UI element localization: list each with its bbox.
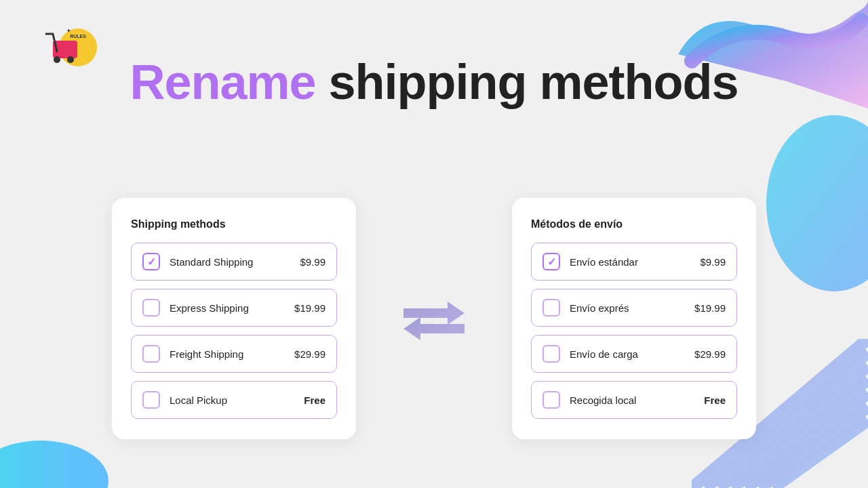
checkbox-1-right[interactable]	[542, 253, 560, 270]
title-rename: Rename	[130, 55, 315, 109]
right-option-4[interactable]: Recogida local Free	[531, 381, 737, 419]
right-option-3[interactable]: Envío de carga $29.99	[531, 335, 737, 373]
option-name-3-left: Freight Shipping	[170, 348, 294, 360]
title-rest: shipping methods	[316, 55, 738, 109]
checkbox-3-right[interactable]	[542, 345, 560, 363]
option-name-2-left: Express Shipping	[170, 302, 294, 314]
option-name-2-right: Envío exprés	[570, 302, 694, 314]
option-name-1-right: Envío estándar	[570, 256, 700, 268]
option-name-4-right: Recogida local	[570, 394, 704, 406]
option-name-1-left: Standard Shipping	[170, 256, 300, 268]
left-option-4[interactable]: Local Pickup Free	[131, 381, 337, 419]
option-name-4-left: Local Pickup	[170, 394, 304, 406]
checkbox-3-left[interactable]	[142, 345, 160, 363]
right-option-1[interactable]: Envío estándar $9.99	[531, 243, 737, 281]
option-price-3-left: $29.99	[294, 348, 326, 360]
checkbox-2-right[interactable]	[542, 299, 560, 317]
main-content: Shipping methods Standard Shipping $9.99…	[0, 149, 868, 488]
right-card: Métodos de envío Envío estándar $9.99 En…	[512, 198, 756, 439]
option-price-1-right: $9.99	[700, 256, 726, 268]
option-price-2-right: $19.99	[694, 302, 726, 314]
option-price-3-right: $29.99	[694, 348, 726, 360]
left-card: Shipping methods Standard Shipping $9.99…	[112, 198, 356, 439]
svg-text:RULES: RULES	[70, 34, 86, 39]
left-option-2[interactable]: Express Shipping $19.99	[131, 289, 337, 327]
right-option-2[interactable]: Envío exprés $19.99	[531, 289, 737, 327]
option-price-2-left: $19.99	[294, 302, 326, 314]
left-option-3[interactable]: Freight Shipping $29.99	[131, 335, 337, 373]
right-card-title: Métodos de envío	[531, 218, 737, 230]
left-option-1[interactable]: Standard Shipping $9.99	[131, 243, 337, 281]
checkbox-4-right[interactable]	[542, 391, 560, 409]
option-price-4-right: Free	[704, 394, 726, 406]
checkbox-4-left[interactable]	[142, 391, 160, 409]
checkbox-2-left[interactable]	[142, 299, 160, 317]
option-price-1-left: $9.99	[300, 256, 326, 268]
svg-text:✦: ✦	[66, 28, 71, 34]
page-header: Rename shipping methods	[0, 54, 868, 110]
left-card-title: Shipping methods	[131, 218, 337, 230]
swap-arrows-icon	[397, 291, 471, 346]
arrows-container	[397, 291, 471, 346]
checkbox-1-left[interactable]	[142, 253, 160, 270]
option-name-3-right: Envío de carga	[570, 348, 694, 360]
option-price-4-left: Free	[304, 394, 326, 406]
